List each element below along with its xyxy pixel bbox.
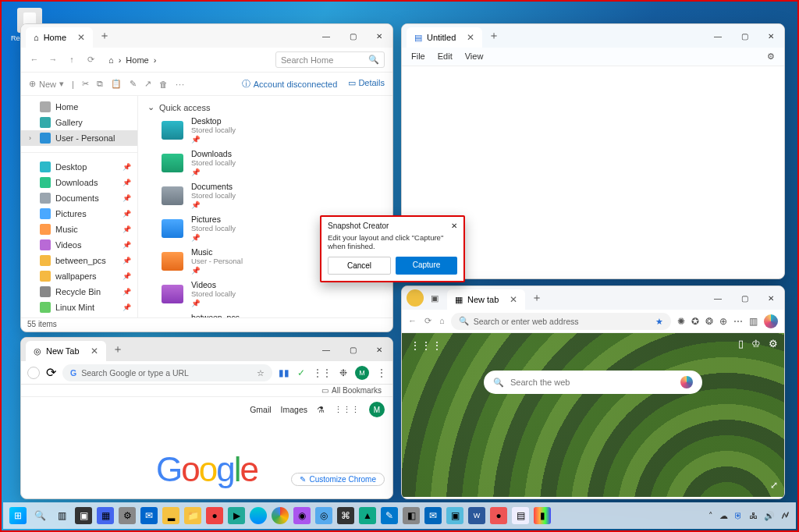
taskbar-app-icon[interactable]: ▣	[446, 507, 463, 524]
sidebar-item[interactable]: Home	[21, 99, 137, 115]
sidebar-item[interactable]: Videos📌	[21, 237, 137, 253]
omnibox[interactable]: G Search Google or type a URL ☆	[62, 364, 272, 381]
start-button[interactable]: ⊞	[9, 507, 27, 524]
customize-chrome-button[interactable]: ✎ Customize Chrome	[291, 473, 385, 486]
reload-icon[interactable]: ⟳	[424, 316, 431, 326]
cut-icon[interactable]: ✂	[82, 79, 89, 89]
new-tab-button[interactable]: ＋	[112, 342, 123, 356]
mobile-icon[interactable]: ▯	[738, 338, 744, 349]
apps-icon[interactable]: ⋮⋮⋮	[334, 405, 360, 414]
sidebar-item[interactable]: Gallery	[21, 115, 137, 130]
quick-access-item[interactable]: DocumentsStored locally📌	[138, 179, 392, 212]
maximize-button[interactable]: ▢	[731, 24, 758, 48]
close-tab-icon[interactable]: ✕	[467, 32, 474, 43]
volume-icon[interactable]: 🔊	[764, 511, 775, 521]
battery-icon[interactable]: 🗲	[781, 511, 790, 520]
labs-icon[interactable]: ⚗	[317, 405, 325, 414]
edge-titlebar[interactable]: ▣ ▦ New tab ✕ ＋ — ▢ ✕	[402, 286, 784, 310]
gmail-link[interactable]: Gmail	[250, 405, 271, 414]
close-button[interactable]: ✕	[758, 24, 784, 48]
details-button[interactable]: ▭ Details	[348, 78, 385, 90]
extension-icon[interactable]: ✺	[677, 316, 685, 327]
close-tab-icon[interactable]: ✕	[77, 32, 85, 43]
chrome-tab[interactable]: ◎ New Tab ✕	[26, 341, 106, 361]
extensions-puzzle-icon[interactable]: ❉	[339, 367, 347, 378]
home-icon[interactable]: ⌂	[439, 316, 445, 326]
quick-access-item[interactable]: between_pcs\\10.1.4.4\nro📌	[138, 310, 392, 317]
minimize-button[interactable]: —	[313, 24, 339, 48]
new-button[interactable]: ⊕ New ▾	[29, 79, 64, 89]
taskbar-app-icon[interactable]: ▂	[162, 507, 179, 524]
chrome-titlebar[interactable]: ◎ New Tab ✕ ＋ — ▢ ✕	[21, 338, 392, 361]
minimize-button[interactable]: —	[705, 286, 731, 310]
quick-access-item[interactable]: DownloadsStored locally📌	[138, 147, 392, 179]
taskbar-app-icon[interactable]: ▦	[97, 507, 114, 524]
tray-chevron-icon[interactable]: ˄	[708, 511, 713, 521]
quick-access-item[interactable]: VideosStored locally📌	[138, 278, 392, 310]
reload-icon[interactable]: ⟳	[46, 365, 56, 380]
taskbar-app-icon[interactable]: ▣	[75, 507, 92, 524]
taskbar-app-icon[interactable]: ⚙	[119, 507, 136, 524]
sidebar-item[interactable]: between_pcs📌	[21, 253, 137, 268]
edge-tab[interactable]: ▦ New tab ✕	[447, 289, 525, 310]
profile-avatar[interactable]: M	[355, 366, 369, 380]
task-view-button[interactable]: ▥	[53, 507, 70, 524]
taskbar-app-icon[interactable]: ●	[490, 507, 507, 524]
profile-avatar[interactable]: M	[369, 402, 385, 417]
search-home-input[interactable]: Search Home 🔍	[275, 51, 385, 68]
taskbar-app-icon[interactable]: ✎	[381, 507, 398, 524]
sidebar-item[interactable]: Music📌	[21, 222, 137, 237]
workspaces-icon[interactable]: ▣	[427, 290, 442, 306]
account-status[interactable]: ⓘ Account disconnected	[242, 78, 338, 90]
close-button[interactable]: ✕	[758, 286, 784, 310]
cancel-button[interactable]: Cancel	[328, 257, 391, 275]
extension-icon[interactable]: ▮▮	[279, 367, 289, 378]
copilot-icon[interactable]	[764, 314, 778, 328]
sidebar-item[interactable]: Documents📌	[21, 190, 137, 206]
menu-view[interactable]: View	[465, 51, 484, 62]
security-tray-icon[interactable]: ⛨	[734, 511, 743, 520]
settings-icon[interactable]: ⚙	[767, 51, 775, 62]
network-icon[interactable]: 🖧	[749, 511, 758, 520]
back-icon[interactable]: ←	[29, 55, 40, 65]
menu-edit[interactable]: Edit	[438, 51, 453, 62]
edge-profile-icon[interactable]	[407, 289, 424, 307]
taskbar-app-icon[interactable]: ⌘	[337, 507, 354, 524]
delete-icon[interactable]: 🗑	[159, 80, 168, 89]
notepad-tab[interactable]: ▤ Untitled ✕	[407, 27, 482, 48]
menu-icon[interactable]: ⋯	[733, 316, 743, 327]
minimize-button[interactable]: —	[705, 24, 731, 48]
taskbar-app-icon[interactable]: ✉	[424, 507, 442, 524]
extension-icon[interactable]: ✪	[691, 316, 699, 327]
new-tab-button[interactable]: ＋	[488, 29, 499, 43]
maximize-button[interactable]: ▢	[731, 286, 758, 310]
close-button[interactable]: ✕	[366, 338, 392, 361]
new-tab-button[interactable]: ＋	[99, 29, 110, 43]
sidebar-item[interactable]: Desktop📌	[21, 159, 137, 175]
capture-button[interactable]: Capture	[396, 257, 457, 275]
quick-access-header[interactable]: ⌄ Quick access	[138, 101, 392, 114]
copy-icon[interactable]: ⧉	[97, 79, 103, 89]
sidebar-item[interactable]: Pictures📌	[21, 206, 137, 222]
collections-icon[interactable]: ⊕	[719, 316, 727, 327]
extension-icon[interactable]: ✓	[297, 367, 305, 378]
explorer-taskbar-icon[interactable]: 📁	[184, 507, 201, 524]
bookmark-star-icon[interactable]: ☆	[257, 368, 265, 378]
taskbar-app-icon[interactable]: ◎	[315, 507, 332, 524]
split-icon[interactable]: ▥	[749, 316, 758, 327]
taskbar-app-icon[interactable]: ▶	[228, 507, 245, 524]
extensions-icon[interactable]: ⋮⋮	[313, 367, 332, 378]
notepad-titlebar[interactable]: ▤ Untitled ✕ ＋ — ▢ ✕	[402, 24, 784, 48]
taskbar-app-icon[interactable]: ▲	[359, 507, 376, 524]
all-bookmarks[interactable]: All Bookmarks	[332, 386, 382, 395]
images-link[interactable]: Images	[281, 405, 307, 414]
favorite-star-icon[interactable]: ★	[655, 317, 663, 326]
apps-grid-icon[interactable]: ⋮⋮⋮	[410, 339, 442, 352]
quick-access-item[interactable]: DesktopStored locally📌	[138, 114, 392, 147]
taskbar-app-icon[interactable]: ◧	[403, 507, 420, 524]
word-icon[interactable]: W	[468, 507, 485, 524]
new-tab-button[interactable]: ＋	[531, 291, 542, 305]
close-button[interactable]: ✕	[366, 24, 392, 48]
notepad-taskbar-icon[interactable]: ▤	[512, 507, 529, 524]
rename-icon[interactable]: ✎	[130, 79, 137, 89]
